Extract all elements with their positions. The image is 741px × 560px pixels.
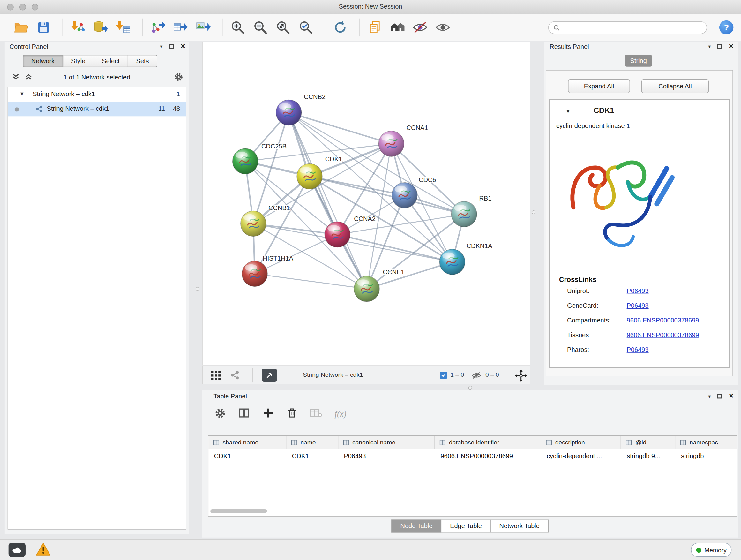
import-network-from-file-icon: [71, 20, 85, 35]
panel-float-icon[interactable]: [718, 394, 722, 399]
column-header[interactable]: name: [286, 436, 338, 449]
tab-style[interactable]: Style: [63, 55, 94, 67]
crosslink-label: Uniprot:: [567, 287, 590, 294]
zoom-fit-button[interactable]: [274, 17, 291, 37]
crosslink-link[interactable]: P06493: [627, 287, 649, 294]
crosslink-link[interactable]: 9606.ENSP00000378699: [627, 331, 699, 338]
svg-text:CCNB1: CCNB1: [268, 204, 290, 211]
show-columns-icon[interactable]: [238, 407, 250, 421]
toolbar-separator: [359, 18, 359, 37]
network-share-view-icon[interactable]: [230, 370, 240, 380]
help-button[interactable]: ?: [719, 20, 733, 35]
tab-network-table-label: Network Table: [499, 522, 540, 530]
tab-string[interactable]: String: [625, 55, 652, 67]
show-graphics-details-button[interactable]: [434, 17, 451, 37]
zoom-selected-button[interactable]: [297, 17, 314, 37]
import-table-from-file-button[interactable]: [115, 17, 132, 37]
cloud-button[interactable]: [9, 543, 25, 557]
export-network-button[interactable]: [149, 17, 166, 37]
birdseye-view-button[interactable]: [262, 369, 277, 381]
grid-view-icon[interactable]: [211, 370, 221, 381]
tab-network-table[interactable]: Network Table: [490, 520, 549, 533]
crosslink-link[interactable]: P06493: [627, 302, 649, 309]
search-input[interactable]: [560, 24, 702, 31]
hide-graphics-details-button[interactable]: [412, 17, 428, 37]
import-network-from-database-button[interactable]: [92, 17, 109, 37]
expand-all-label: Expand All: [584, 83, 614, 90]
right-splitter-handle[interactable]: [532, 210, 536, 214]
table-cell: 9606.ENSP00000378699: [435, 449, 541, 462]
gene-disclosure-triangle-icon[interactable]: ▼: [565, 108, 571, 115]
network-node-count: 11: [158, 105, 165, 112]
crosslink-link[interactable]: 9606.ENSP00000378699: [627, 317, 699, 324]
table-cell: stringdb: [676, 449, 737, 462]
tab-select[interactable]: Select: [94, 55, 128, 67]
crosslink-link[interactable]: P06493: [627, 346, 649, 353]
expand-all-button[interactable]: Expand All: [568, 79, 630, 93]
horizontal-scrollbar-thumb[interactable]: [210, 509, 267, 513]
panel-menu-icon[interactable]: ▾: [708, 44, 711, 49]
search-box[interactable]: [548, 21, 707, 34]
apply-preferred-layout-button[interactable]: [332, 17, 349, 37]
column-header[interactable]: shared name: [208, 436, 286, 449]
table-cell: stringdb:9...: [621, 449, 676, 462]
zoom-in-button[interactable]: [229, 17, 246, 37]
column-header[interactable]: description: [541, 436, 621, 449]
gene-description: cyclin-dependent kinase 1: [556, 123, 630, 130]
table-row[interactable]: CDK1 CDK1 P06493 9606.ENSP00000378699 cy…: [208, 449, 737, 462]
network-graph[interactable]: CCNB2CCNA1CDC25BCDK1CDC6RB1CCNB1CCNA2CDK…: [203, 42, 530, 365]
network-selection-row: 1 of 1 Network selected: [5, 71, 189, 84]
add-row-plus-icon[interactable]: [262, 407, 274, 421]
disclosure-triangle-icon[interactable]: ▼: [19, 91, 24, 97]
collapse-all-button[interactable]: Collapse All: [642, 79, 709, 93]
left-splitter-handle[interactable]: [196, 287, 199, 291]
control-panel: Control Panel ▾ × Network Style Select S…: [5, 42, 189, 534]
network-share-icon: [36, 105, 44, 115]
table-cell: P06493: [338, 449, 435, 462]
export-image-button[interactable]: [195, 17, 212, 37]
tab-sets[interactable]: Sets: [128, 55, 157, 67]
table-settings-gear-icon[interactable]: [214, 408, 226, 421]
panel-close-icon[interactable]: ×: [729, 393, 734, 399]
export-table-button[interactable]: [172, 17, 189, 37]
external-arrow-icon: [266, 371, 273, 379]
tab-string-label: String: [630, 57, 647, 64]
hidden-elements-icon[interactable]: [471, 370, 482, 383]
column-header[interactable]: canonical name: [338, 436, 435, 449]
column-header[interactable]: namespac: [676, 436, 737, 449]
duplicate-page-button[interactable]: [366, 17, 383, 37]
selected-nodes-checkbox[interactable]: [440, 372, 447, 379]
open-session-button[interactable]: [12, 17, 29, 37]
warning-icon[interactable]: [36, 543, 51, 558]
tab-node-table[interactable]: Node Table: [391, 520, 441, 533]
panel-close-icon[interactable]: ×: [729, 44, 734, 49]
memory-button[interactable]: Memory: [691, 543, 731, 557]
home-button[interactable]: [389, 17, 406, 37]
column-header-label: shared name: [223, 439, 259, 446]
column-header[interactable]: database identifier: [435, 436, 541, 449]
panel-menu-icon[interactable]: ▾: [708, 394, 711, 399]
import-network-from-file-button[interactable]: [70, 17, 86, 37]
tab-network[interactable]: Network: [23, 55, 63, 67]
search-icon: [553, 24, 560, 31]
zoom-out-button[interactable]: [252, 17, 269, 37]
save-session-button[interactable]: [35, 17, 52, 37]
panel-float-icon[interactable]: [718, 44, 722, 49]
panel-float-icon[interactable]: [169, 44, 174, 49]
panel-close-icon[interactable]: ×: [181, 44, 185, 49]
network-row[interactable]: String Network – cdk1 11 48: [8, 102, 186, 116]
crosslink-label: Pharos:: [567, 346, 589, 353]
network-view-canvas[interactable]: CCNB2CCNA1CDC25BCDK1CDC6RB1CCNB1CCNA2CDK…: [202, 42, 530, 365]
apply-preferred-layout-icon: [333, 20, 348, 35]
tab-edge-table[interactable]: Edge Table: [441, 520, 491, 533]
table-panel-title: Table Panel: [213, 393, 247, 400]
export-table-icon: [173, 20, 188, 35]
bottom-splitter-handle[interactable]: [468, 386, 472, 389]
svg-text:CDK1: CDK1: [325, 155, 342, 163]
network-options-gear-icon[interactable]: [174, 72, 184, 84]
delete-trash-icon[interactable]: [286, 408, 298, 421]
column-header[interactable]: @id: [621, 436, 676, 449]
pan-crosshair-icon[interactable]: [515, 369, 528, 384]
panel-menu-icon[interactable]: ▾: [160, 44, 162, 49]
network-collection-row[interactable]: ▼ String Network – cdk1 1: [8, 87, 186, 102]
